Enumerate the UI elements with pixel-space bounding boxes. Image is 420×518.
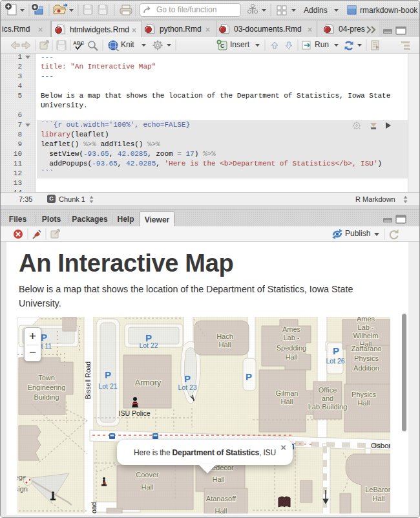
svg-text:ABC: ABC — [73, 40, 85, 46]
svg-text:C: C — [220, 43, 225, 49]
